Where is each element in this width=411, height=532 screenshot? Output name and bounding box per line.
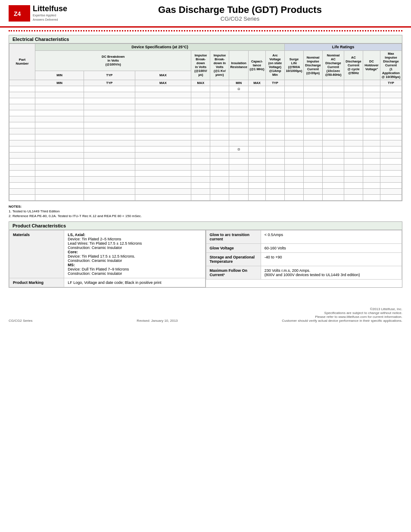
table-cell bbox=[249, 110, 266, 116]
product-left-col: MaterialsLS, Axial:Device: Tin Plated 2–… bbox=[9, 230, 206, 288]
table-cell bbox=[323, 188, 344, 194]
table-cell bbox=[35, 182, 84, 188]
table-cell bbox=[35, 122, 84, 128]
table-cell bbox=[344, 122, 363, 128]
table-row bbox=[9, 158, 402, 164]
product-table: MaterialsLS, Axial:Device: Tin Plated 2–… bbox=[9, 230, 402, 288]
th-sub-max: MAX bbox=[135, 80, 191, 86]
table-cell bbox=[35, 164, 84, 170]
table-cell bbox=[380, 92, 402, 98]
list-item: Glow Voltage60-160 Volts bbox=[206, 243, 402, 252]
table-cell bbox=[191, 146, 210, 152]
th-sub-typ: TYP bbox=[84, 80, 135, 86]
table-cell bbox=[35, 146, 84, 152]
table-cell bbox=[344, 152, 363, 158]
table-cell bbox=[363, 86, 380, 92]
table-cell bbox=[135, 92, 191, 98]
page-subtitle: CG/CG2 Series bbox=[78, 16, 402, 22]
table-cell bbox=[285, 158, 304, 164]
table-cell bbox=[323, 134, 344, 140]
table-row bbox=[9, 92, 402, 98]
table-cell bbox=[249, 98, 266, 104]
electrical-characteristics-section: Electrical Characteristics PartNumber De… bbox=[9, 35, 402, 201]
table-cell bbox=[229, 194, 249, 200]
table-cell bbox=[229, 182, 249, 188]
table-cell bbox=[285, 98, 304, 104]
table-cell bbox=[285, 110, 304, 116]
table-cell bbox=[249, 122, 266, 128]
table-cell bbox=[135, 140, 191, 146]
table-cell bbox=[285, 176, 304, 182]
table-cell bbox=[35, 194, 84, 200]
th-ac-current: ACDischargeCurrent@ cycle@50Hz bbox=[344, 50, 363, 80]
table-cell bbox=[363, 158, 380, 164]
table-cell bbox=[84, 98, 135, 104]
table-cell bbox=[210, 128, 229, 134]
table-cell bbox=[84, 164, 135, 170]
table-cell bbox=[266, 110, 285, 116]
table-cell bbox=[266, 134, 285, 140]
table-cell bbox=[380, 170, 402, 176]
table-cell bbox=[266, 152, 285, 158]
notes-title: NOTES: bbox=[9, 205, 402, 208]
table-cell bbox=[363, 164, 380, 170]
product-value: LF Logo, Voltage and date code; Black in… bbox=[64, 278, 205, 287]
th-insulation-res: InsulationResistance bbox=[229, 50, 249, 80]
table-cell bbox=[84, 86, 135, 92]
table-cell bbox=[135, 104, 191, 110]
table-cell bbox=[229, 176, 249, 182]
table-cell bbox=[229, 122, 249, 128]
th-sub-hold bbox=[363, 80, 380, 86]
table-cell bbox=[9, 158, 35, 164]
electrical-table-wrapper: PartNumber Device Specifications (at 25°… bbox=[9, 44, 402, 201]
table-cell bbox=[84, 182, 135, 188]
table-cell bbox=[304, 128, 323, 134]
table-cell bbox=[210, 86, 229, 92]
table-cell bbox=[380, 152, 402, 158]
table-cell bbox=[210, 122, 229, 128]
table-cell bbox=[135, 134, 191, 140]
product-right-col: Glow to arc transition current< 0.5AmpsG… bbox=[206, 230, 402, 288]
table-cell bbox=[191, 122, 210, 128]
table-cell bbox=[363, 104, 380, 110]
table-cell bbox=[249, 164, 266, 170]
table-cell bbox=[191, 158, 210, 164]
table-cell bbox=[344, 98, 363, 104]
table-cell bbox=[210, 188, 229, 194]
table-row: Ω bbox=[9, 86, 402, 92]
svg-text:Z4: Z4 bbox=[14, 10, 21, 17]
table-cell bbox=[304, 188, 323, 194]
table-cell bbox=[304, 170, 323, 176]
table-cell bbox=[249, 140, 266, 146]
product-right-table: Glow to arc transition current< 0.5AmpsG… bbox=[206, 230, 402, 280]
table-cell bbox=[344, 110, 363, 116]
table-cell bbox=[380, 182, 402, 188]
table-cell bbox=[229, 110, 249, 116]
table-cell bbox=[35, 92, 84, 98]
table-cell bbox=[323, 146, 344, 152]
th-nom-impulse: NominalImpulseDischargeCurrent(@/20µs) bbox=[304, 50, 323, 80]
table-cell bbox=[84, 152, 135, 158]
table-cell bbox=[249, 170, 266, 176]
table-cell bbox=[191, 164, 210, 170]
table-cell bbox=[285, 116, 304, 122]
table-cell bbox=[249, 104, 266, 110]
table-cell bbox=[191, 110, 210, 116]
table-cell bbox=[191, 92, 210, 98]
product-label: Storage and Operational Temperature bbox=[206, 252, 261, 266]
table-cell bbox=[135, 110, 191, 116]
table-cell bbox=[9, 146, 35, 152]
table-cell bbox=[210, 170, 229, 176]
table-cell bbox=[9, 128, 35, 134]
table-cell bbox=[191, 134, 210, 140]
table-cell bbox=[191, 128, 210, 134]
product-value: LS, Axial:Device: Tin Plated 2–5 Microns… bbox=[64, 230, 205, 278]
table-cell bbox=[323, 164, 344, 170]
table-cell bbox=[9, 152, 35, 158]
table-cell bbox=[363, 134, 380, 140]
table-cell bbox=[363, 140, 380, 146]
list-item: Maximum Follow On Current¹230 Volts r.m.… bbox=[206, 266, 402, 279]
table-cell bbox=[266, 98, 285, 104]
table-cell bbox=[266, 188, 285, 194]
table-cell bbox=[191, 152, 210, 158]
